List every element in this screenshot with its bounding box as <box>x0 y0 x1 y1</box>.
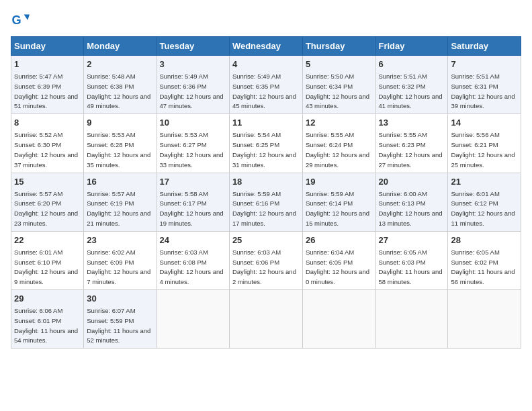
calendar-week-row: 22Sunrise: 6:01 AMSunset: 6:10 PMDayligh… <box>11 231 521 289</box>
col-friday: Friday <box>375 37 448 56</box>
col-wednesday: Wednesday <box>229 37 302 56</box>
calendar-table: Sunday Monday Tuesday Wednesday Thursday… <box>11 36 521 349</box>
table-row: 27Sunrise: 6:05 AMSunset: 6:03 PMDayligh… <box>375 231 448 289</box>
calendar-header-row: Sunday Monday Tuesday Wednesday Thursday… <box>11 37 521 56</box>
table-row: 8Sunrise: 5:52 AMSunset: 6:30 PMDaylight… <box>11 114 84 173</box>
col-tuesday: Tuesday <box>157 37 229 56</box>
table-row: 6Sunrise: 5:51 AMSunset: 6:32 PMDaylight… <box>375 56 448 114</box>
table-row: 9Sunrise: 5:53 AMSunset: 6:28 PMDaylight… <box>84 114 157 173</box>
table-row: 4Sunrise: 5:49 AMSunset: 6:35 PMDaylight… <box>229 56 302 114</box>
table-row: 13Sunrise: 5:55 AMSunset: 6:23 PMDayligh… <box>375 114 448 173</box>
table-row: 22Sunrise: 6:01 AMSunset: 6:10 PMDayligh… <box>11 231 84 289</box>
table-row: 23Sunrise: 6:02 AMSunset: 6:09 PMDayligh… <box>84 231 157 289</box>
calendar-week-row: 8Sunrise: 5:52 AMSunset: 6:30 PMDaylight… <box>11 114 521 173</box>
table-row: 25Sunrise: 6:03 AMSunset: 6:06 PMDayligh… <box>229 231 302 289</box>
svg-text:G: G <box>11 13 21 27</box>
table-row: 24Sunrise: 6:03 AMSunset: 6:08 PMDayligh… <box>157 231 229 289</box>
col-thursday: Thursday <box>302 37 375 56</box>
empty-cell <box>375 290 448 349</box>
empty-cell <box>229 290 302 349</box>
header: G <box>11 11 521 30</box>
table-row: 1Sunrise: 5:47 AMSunset: 6:39 PMDaylight… <box>11 56 84 114</box>
calendar-week-row: 1Sunrise: 5:47 AMSunset: 6:39 PMDaylight… <box>11 56 521 114</box>
table-row: 19Sunrise: 5:59 AMSunset: 6:14 PMDayligh… <box>302 173 375 231</box>
col-saturday: Saturday <box>448 37 521 56</box>
table-row: 14Sunrise: 5:56 AMSunset: 6:21 PMDayligh… <box>448 114 521 173</box>
col-monday: Monday <box>84 37 157 56</box>
table-row: 20Sunrise: 6:00 AMSunset: 6:13 PMDayligh… <box>375 173 448 231</box>
table-row: 10Sunrise: 5:53 AMSunset: 6:27 PMDayligh… <box>157 114 229 173</box>
table-row: 28Sunrise: 6:05 AMSunset: 6:02 PMDayligh… <box>448 231 521 289</box>
table-row: 3Sunrise: 5:49 AMSunset: 6:36 PMDaylight… <box>157 56 229 114</box>
table-row: 16Sunrise: 5:57 AMSunset: 6:19 PMDayligh… <box>84 173 157 231</box>
table-row: 5Sunrise: 5:50 AMSunset: 6:34 PMDaylight… <box>302 56 375 114</box>
table-row: 29Sunrise: 6:06 AMSunset: 6:01 PMDayligh… <box>11 290 84 349</box>
table-row: 26Sunrise: 6:04 AMSunset: 6:05 PMDayligh… <box>302 231 375 289</box>
table-row: 12Sunrise: 5:55 AMSunset: 6:24 PMDayligh… <box>302 114 375 173</box>
table-row: 18Sunrise: 5:59 AMSunset: 6:16 PMDayligh… <box>229 173 302 231</box>
table-row: 2Sunrise: 5:48 AMSunset: 6:38 PMDaylight… <box>84 56 157 114</box>
calendar-week-row: 29Sunrise: 6:06 AMSunset: 6:01 PMDayligh… <box>11 290 521 349</box>
table-row: 30Sunrise: 6:07 AMSunset: 5:59 PMDayligh… <box>84 290 157 349</box>
logo: G <box>11 11 31 30</box>
empty-cell <box>302 290 375 349</box>
table-row: 21Sunrise: 6:01 AMSunset: 6:12 PMDayligh… <box>448 173 521 231</box>
logo-icon: G <box>11 11 30 30</box>
empty-cell <box>448 290 521 349</box>
table-row: 15Sunrise: 5:57 AMSunset: 6:20 PMDayligh… <box>11 173 84 231</box>
table-row: 7Sunrise: 5:51 AMSunset: 6:31 PMDaylight… <box>448 56 521 114</box>
table-row: 11Sunrise: 5:54 AMSunset: 6:25 PMDayligh… <box>229 114 302 173</box>
svg-marker-2 <box>24 15 30 20</box>
col-sunday: Sunday <box>11 37 84 56</box>
calendar-week-row: 15Sunrise: 5:57 AMSunset: 6:20 PMDayligh… <box>11 173 521 231</box>
table-row: 17Sunrise: 5:58 AMSunset: 6:17 PMDayligh… <box>157 173 229 231</box>
empty-cell <box>157 290 229 349</box>
